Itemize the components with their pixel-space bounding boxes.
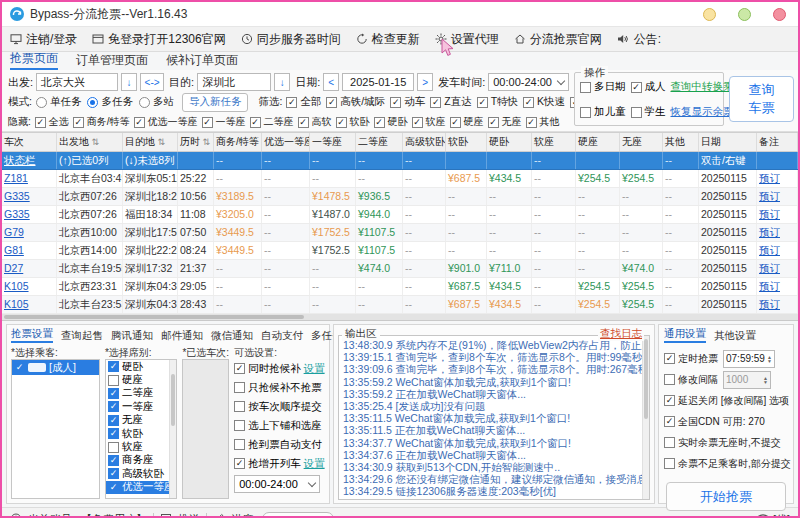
tab-order-management[interactable]: 订单管理页面 <box>76 52 148 70</box>
table-row[interactable]: G335北京西07:26福田18:3411:08¥3205.0--¥1487.0… <box>2 206 798 224</box>
interval-spinner[interactable]: 1000▲▼ <box>723 371 771 389</box>
delay-close-checkbox[interactable]: ✓延迟关闭 [修改间隔] 选项 <box>664 394 789 408</box>
status-row-label[interactable]: 状态栏 <box>2 152 57 169</box>
book-link[interactable]: 预订 <box>757 278 798 295</box>
filter-checkbox-0[interactable]: ✓全部 <box>286 95 321 109</box>
tab-other-settings[interactable]: 其他设置 <box>714 329 756 343</box>
scrollbar-thumb[interactable] <box>171 374 175 426</box>
query-tickets-button[interactable]: 查询 车票 <box>729 76 794 122</box>
start-grab-button[interactable]: 开始抢票 <box>666 482 786 511</box>
grab-tab-0[interactable]: 抢票设置 <box>11 327 53 343</box>
book-link[interactable]: 预订 <box>757 296 798 313</box>
filter-checkbox-4[interactable]: ✓T特快 <box>477 95 518 109</box>
hide-checkbox-11[interactable]: ✓其他 <box>526 115 560 129</box>
table-row[interactable]: G79北京西10:00深圳北17:5007:50¥3449.5--¥1752.5… <box>2 224 798 242</box>
maximize-button[interactable] <box>738 8 751 21</box>
column-header[interactable]: 出发地 ⇅ <box>57 133 123 151</box>
seat-class-item[interactable]: 软座 <box>106 440 177 453</box>
book-link[interactable]: 预订 <box>757 242 798 259</box>
filter-checkbox-1[interactable]: ✓高铁/城际 <box>326 95 385 109</box>
child-checkbox[interactable]: 加儿童 <box>580 105 626 119</box>
option-checkbox-3[interactable]: 选上下铺和选座 <box>234 419 322 433</box>
seat-class-item[interactable]: ✓一等座 <box>106 400 177 413</box>
swap-stations-button[interactable]: <-> <box>140 73 164 91</box>
timed-grab-checkbox[interactable]: ✓定时抢票 <box>664 352 718 366</box>
passenger-item[interactable]: ✓ [成人] <box>12 360 99 375</box>
grab-tab-3[interactable]: 邮件通知 <box>161 329 203 343</box>
table-row[interactable]: G81北京西14:00深圳北22:2408:24¥3449.5--¥1752.5… <box>2 242 798 260</box>
log-list[interactable]: 13:48:30.9 系统内存不足(91%)，降低WebView2内存占用，防止… <box>339 336 649 500</box>
import-task-button[interactable]: 导入新任务 <box>182 93 249 112</box>
depart-time-select[interactable]: 00:00-24:00 <box>488 73 569 91</box>
hide-checkbox-10[interactable]: ✓无座 <box>488 115 522 129</box>
table-horizontal-scrollbar[interactable] <box>2 314 798 321</box>
book-link[interactable]: 预订 <box>757 224 798 241</box>
seat-class-item[interactable]: ✓硬卧 <box>106 360 177 373</box>
hide-checkbox-7[interactable]: ✓硬卧 <box>374 115 408 129</box>
hide-checkbox-3[interactable]: ✓一等座 <box>202 115 246 129</box>
column-header[interactable]: 硬座 <box>576 133 620 151</box>
option-checkbox-4[interactable]: 抢到票自动支付 <box>234 438 322 452</box>
grab-tab-1[interactable]: 查询起售 <box>61 329 103 343</box>
option-checkbox-5[interactable]: ✓抢增开列车 <box>234 457 301 471</box>
menu-set-proxy[interactable]: 设置代理 <box>435 31 499 48</box>
table-row[interactable]: K105北京西23:31深圳东04:3629:05----------¥687.… <box>2 278 798 296</box>
grab-tab-5[interactable]: 自动支付 <box>261 329 303 343</box>
column-header[interactable]: 目的地 ⇅ <box>123 133 178 151</box>
from-input[interactable]: 北京大兴 <box>36 73 118 91</box>
date-input[interactable]: 2025-01-15 <box>342 73 414 91</box>
date-next-button[interactable]: > <box>417 73 433 91</box>
from-dropdown-button[interactable]: ↓ <box>121 73 137 91</box>
spinner-arrows-icon[interactable]: ▲▼ <box>767 355 772 363</box>
student-checkbox[interactable]: 学生 <box>631 105 666 119</box>
timed-grab-time-spinner[interactable]: 07:59:59▲▼ <box>723 350 775 368</box>
grab-tab-2[interactable]: 腾讯通知 <box>111 329 153 343</box>
train-number-link[interactable]: G79 <box>2 224 57 241</box>
seat-class-item[interactable]: ✓高级软卧 <box>106 467 177 480</box>
scrollbar-thumb[interactable] <box>4 315 304 319</box>
column-header[interactable]: 历时 ⇅ <box>178 133 214 151</box>
seat-class-item[interactable]: ✓商务座 <box>106 454 177 467</box>
seat-class-item[interactable]: ✓软卧 <box>106 427 177 440</box>
mode-radio-1[interactable]: 多任务 <box>87 95 133 109</box>
partial-submit-checkbox[interactable]: 余票不足乘客时,部分提交 <box>664 457 791 471</box>
seat-class-item[interactable]: 硬座 <box>106 373 177 386</box>
filter-checkbox-5[interactable]: ✓K快速 <box>523 95 565 109</box>
train-number-link[interactable]: G335 <box>2 206 57 223</box>
column-header[interactable]: 商务/特等 <box>214 133 262 151</box>
spinner-arrows-icon[interactable]: ▲▼ <box>763 376 768 384</box>
hide-checkbox-8[interactable]: ✓软座 <box>412 115 446 129</box>
menu-official-site[interactable]: 分流抢票官网 <box>514 31 602 48</box>
seat-class-listbox[interactable]: ✓硬卧硬座✓二等座✓一等座✓无座✓软卧软座✓商务座✓高级软卧✓优选一等座 <box>105 359 178 499</box>
hide-checkbox-9[interactable]: ✓硬座 <box>450 115 484 129</box>
tab-waitlist-orders[interactable]: 候补订单页面 <box>166 52 238 70</box>
column-header[interactable]: 其他 <box>663 133 699 151</box>
grab-time-range-select[interactable]: 00:00-24:00 <box>234 475 320 493</box>
column-header[interactable]: 软卧 <box>446 133 487 151</box>
find-log-link[interactable]: 查找日志 <box>598 327 644 341</box>
adult-checkbox[interactable]: ✓成人 <box>631 80 666 94</box>
train-number-link[interactable]: K105 <box>2 296 57 313</box>
table-row[interactable]: K105北京丰台23:53深圳东04:3628:43----------¥687… <box>2 296 798 314</box>
minimize-button[interactable] <box>703 8 716 21</box>
national-cdn-checkbox[interactable]: ✓全国CDN <box>664 415 720 429</box>
date-prev-button[interactable]: < <box>323 73 339 91</box>
column-header[interactable]: 软座 <box>532 133 576 151</box>
column-header[interactable]: 无座 <box>620 133 663 151</box>
hide-checkbox-1[interactable]: ✓商务/特等 <box>73 115 130 129</box>
book-link[interactable]: 预订 <box>757 170 798 187</box>
realtime-no-seat-checkbox[interactable]: 实时余票无座时,不提交 <box>664 436 781 450</box>
to-input[interactable]: 深圳北 <box>197 73 271 91</box>
train-number-link[interactable]: G335 <box>2 188 57 205</box>
seat-class-item[interactable]: ✓优选一等座 <box>106 481 177 494</box>
train-number-link[interactable]: D27 <box>2 260 57 277</box>
grab-tab-4[interactable]: 微信通知 <box>211 329 253 343</box>
option-settings-link[interactable]: 设置 <box>304 362 325 376</box>
menu-announcement[interactable]: 公告: <box>617 31 661 48</box>
table-row[interactable]: D27北京丰台19:55深圳17:3221:37------¥474.0--¥9… <box>2 260 798 278</box>
table-row[interactable]: Z181北京丰台03:49深圳东05:1125:22----------¥687… <box>2 170 798 188</box>
push-toggle[interactable]: 推送 <box>178 512 200 518</box>
table-row[interactable]: G335北京西07:26深圳北18:2210:56¥3189.5--¥1478.… <box>2 188 798 206</box>
column-header[interactable]: 日期 <box>699 133 757 151</box>
log-scrollbar[interactable] <box>642 336 649 499</box>
